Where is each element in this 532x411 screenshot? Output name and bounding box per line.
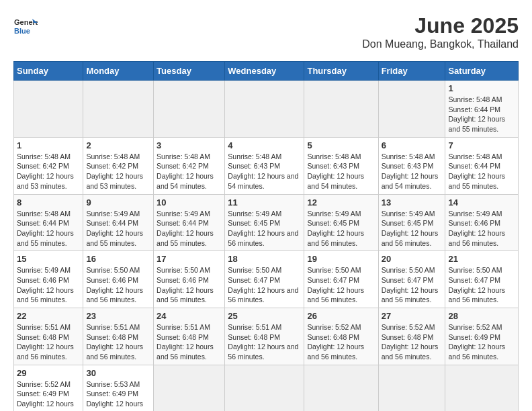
col-friday: Friday (378, 62, 445, 81)
day-number: 16 (86, 254, 150, 264)
calendar-week-row: 15 Sunrise: 5:49 AM Sunset: 6:46 PM Dayl… (14, 251, 519, 308)
day-info: Sunrise: 5:52 AM Sunset: 6:49 PM Dayligh… (448, 322, 515, 362)
day-number: 18 (228, 254, 301, 264)
table-row (154, 81, 225, 138)
day-info: Sunrise: 5:48 AM Sunset: 6:42 PM Dayligh… (86, 152, 150, 191)
day-info: Sunrise: 5:51 AM Sunset: 6:48 PM Dayligh… (86, 322, 150, 362)
day-info: Sunrise: 5:49 AM Sunset: 6:44 PM Dayligh… (86, 209, 150, 248)
calendar-week-row: 22 Sunrise: 5:51 AM Sunset: 6:48 PM Dayl… (14, 308, 519, 365)
day-number: 10 (157, 197, 222, 208)
table-row (154, 365, 225, 411)
calendar-week-row: 1 Sunrise: 5:48 AM Sunset: 6:44 PM Dayli… (14, 81, 519, 138)
table-row: 18 Sunrise: 5:50 AM Sunset: 6:47 PM Dayl… (225, 251, 304, 308)
day-number: 11 (228, 197, 301, 208)
day-info: Sunrise: 5:48 AM Sunset: 6:44 PM Dayligh… (448, 95, 515, 134)
table-row: 19 Sunrise: 5:50 AM Sunset: 6:47 PM Dayl… (304, 251, 378, 308)
table-row: 10 Sunrise: 5:49 AM Sunset: 6:44 PM Dayl… (154, 194, 225, 251)
table-row: 12 Sunrise: 5:49 AM Sunset: 6:45 PM Dayl… (304, 194, 378, 251)
table-row: 8 Sunrise: 5:48 AM Sunset: 6:44 PM Dayli… (14, 194, 83, 251)
day-number: 19 (307, 254, 375, 264)
table-row (445, 365, 519, 411)
day-info: Sunrise: 5:49 AM Sunset: 6:46 PM Dayligh… (17, 265, 80, 305)
table-row: 1 Sunrise: 5:48 AM Sunset: 6:42 PM Dayli… (14, 137, 83, 194)
day-number: 21 (448, 254, 515, 264)
day-number: 25 (228, 311, 301, 321)
day-number: 3 (157, 140, 222, 150)
day-number: 17 (157, 254, 222, 264)
day-number: 26 (307, 311, 375, 321)
day-info: Sunrise: 5:48 AM Sunset: 6:44 PM Dayligh… (17, 209, 80, 248)
logo: General Blue (13, 13, 38, 38)
day-number: 30 (86, 368, 150, 378)
day-number: 4 (228, 140, 301, 150)
day-info: Sunrise: 5:49 AM Sunset: 6:45 PM Dayligh… (228, 209, 301, 248)
table-row: 21 Sunrise: 5:50 AM Sunset: 6:47 PM Dayl… (445, 251, 519, 308)
table-row: 30 Sunrise: 5:53 AM Sunset: 6:49 PM Dayl… (83, 365, 154, 411)
table-row: 7 Sunrise: 5:48 AM Sunset: 6:44 PM Dayli… (445, 137, 519, 194)
table-row (83, 81, 154, 138)
table-row: 2 Sunrise: 5:48 AM Sunset: 6:42 PM Dayli… (83, 137, 154, 194)
table-row (14, 81, 83, 138)
day-number: 6 (382, 140, 443, 150)
day-number: 12 (307, 197, 375, 208)
day-number: 13 (382, 197, 443, 208)
table-row: 5 Sunrise: 5:48 AM Sunset: 6:43 PM Dayli… (304, 137, 378, 194)
page-header: General Blue June 2025 Don Mueang, Bangk… (13, 13, 519, 50)
day-number: 22 (17, 311, 80, 321)
day-info: Sunrise: 5:51 AM Sunset: 6:48 PM Dayligh… (17, 322, 80, 362)
table-row: 1 Sunrise: 5:48 AM Sunset: 6:44 PM Dayli… (445, 81, 519, 138)
day-info: Sunrise: 5:50 AM Sunset: 6:46 PM Dayligh… (157, 265, 222, 305)
calendar-week-row: 8 Sunrise: 5:48 AM Sunset: 6:44 PM Dayli… (14, 194, 519, 251)
page-title: June 2025 (362, 13, 519, 38)
day-info: Sunrise: 5:50 AM Sunset: 6:47 PM Dayligh… (448, 265, 515, 305)
table-row (304, 81, 378, 138)
table-row (378, 365, 445, 411)
page-subtitle: Don Mueang, Bangkok, Thailand (362, 38, 519, 50)
day-info: Sunrise: 5:51 AM Sunset: 6:48 PM Dayligh… (228, 322, 301, 362)
day-number: 24 (157, 311, 222, 321)
day-info: Sunrise: 5:51 AM Sunset: 6:48 PM Dayligh… (157, 322, 222, 362)
day-info: Sunrise: 5:48 AM Sunset: 6:43 PM Dayligh… (382, 152, 443, 191)
day-info: Sunrise: 5:50 AM Sunset: 6:46 PM Dayligh… (86, 265, 150, 305)
day-info: Sunrise: 5:48 AM Sunset: 6:43 PM Dayligh… (307, 152, 375, 191)
col-sunday: Sunday (14, 62, 83, 81)
day-info: Sunrise: 5:48 AM Sunset: 6:44 PM Dayligh… (448, 152, 515, 191)
day-info: Sunrise: 5:50 AM Sunset: 6:47 PM Dayligh… (228, 265, 301, 305)
day-info: Sunrise: 5:52 AM Sunset: 6:48 PM Dayligh… (307, 322, 375, 362)
title-area: June 2025 Don Mueang, Bangkok, Thailand (362, 13, 519, 50)
day-number: 1 (448, 83, 515, 93)
day-number: 15 (17, 254, 80, 264)
table-row: 29 Sunrise: 5:52 AM Sunset: 6:49 PM Dayl… (14, 365, 83, 411)
table-row: 14 Sunrise: 5:49 AM Sunset: 6:46 PM Dayl… (445, 194, 519, 251)
day-number: 20 (382, 254, 443, 264)
table-row: 25 Sunrise: 5:51 AM Sunset: 6:48 PM Dayl… (225, 308, 304, 365)
day-info: Sunrise: 5:49 AM Sunset: 6:45 PM Dayligh… (382, 209, 443, 248)
logo-icon: General Blue (13, 13, 38, 38)
day-number: 8 (17, 197, 80, 208)
table-row (225, 81, 304, 138)
table-row (304, 365, 378, 411)
day-number: 28 (448, 311, 515, 321)
day-info: Sunrise: 5:52 AM Sunset: 6:49 PM Dayligh… (17, 379, 80, 411)
table-row: 11 Sunrise: 5:49 AM Sunset: 6:45 PM Dayl… (225, 194, 304, 251)
table-row: 15 Sunrise: 5:49 AM Sunset: 6:46 PM Dayl… (14, 251, 83, 308)
table-row: 13 Sunrise: 5:49 AM Sunset: 6:45 PM Dayl… (378, 194, 445, 251)
table-row (378, 81, 445, 138)
day-info: Sunrise: 5:49 AM Sunset: 6:46 PM Dayligh… (448, 209, 515, 248)
table-row: 24 Sunrise: 5:51 AM Sunset: 6:48 PM Dayl… (154, 308, 225, 365)
table-row: 6 Sunrise: 5:48 AM Sunset: 6:43 PM Dayli… (378, 137, 445, 194)
table-row (225, 365, 304, 411)
day-info: Sunrise: 5:49 AM Sunset: 6:44 PM Dayligh… (157, 209, 222, 248)
day-info: Sunrise: 5:50 AM Sunset: 6:47 PM Dayligh… (382, 265, 443, 305)
day-info: Sunrise: 5:48 AM Sunset: 6:42 PM Dayligh… (157, 152, 222, 191)
day-number: 27 (382, 311, 443, 321)
day-number: 7 (448, 140, 515, 150)
svg-text:Blue: Blue (14, 27, 30, 35)
table-row: 28 Sunrise: 5:52 AM Sunset: 6:49 PM Dayl… (445, 308, 519, 365)
col-thursday: Thursday (304, 62, 378, 81)
table-row: 20 Sunrise: 5:50 AM Sunset: 6:47 PM Dayl… (378, 251, 445, 308)
day-number: 23 (86, 311, 150, 321)
day-number: 14 (448, 197, 515, 208)
day-info: Sunrise: 5:48 AM Sunset: 6:43 PM Dayligh… (228, 152, 301, 191)
table-row: 22 Sunrise: 5:51 AM Sunset: 6:48 PM Dayl… (14, 308, 83, 365)
